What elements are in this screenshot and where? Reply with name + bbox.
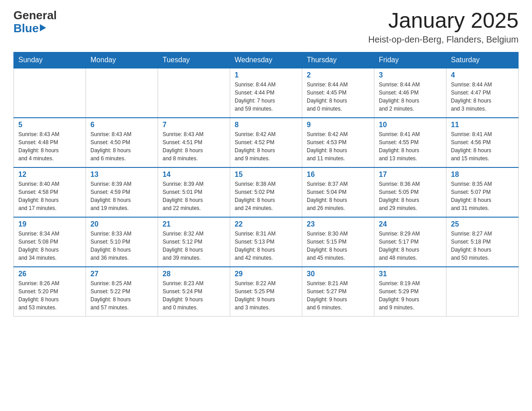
week-row-3: 12Sunrise: 8:40 AM Sunset: 4:58 PM Dayli… [14, 167, 519, 217]
logo-blue: Blue [13, 22, 39, 35]
calendar-cell: 22Sunrise: 8:31 AM Sunset: 5:13 PM Dayli… [230, 217, 302, 267]
month-title: January 2025 [368, 9, 519, 33]
day-info: Sunrise: 8:41 AM Sunset: 4:56 PM Dayligh… [451, 130, 514, 163]
day-number: 8 [235, 121, 297, 129]
calendar-cell: 20Sunrise: 8:33 AM Sunset: 5:10 PM Dayli… [86, 217, 158, 267]
calendar-cell: 31Sunrise: 8:19 AM Sunset: 5:29 PM Dayli… [374, 267, 446, 317]
day-number: 21 [163, 220, 225, 228]
day-number: 15 [235, 171, 297, 179]
day-number: 12 [18, 171, 81, 179]
day-number: 18 [451, 171, 514, 179]
logo[interactable]: General Blue [13, 9, 57, 34]
calendar-cell: 14Sunrise: 8:39 AM Sunset: 5:01 PM Dayli… [158, 167, 230, 217]
calendar-cell: 27Sunrise: 8:25 AM Sunset: 5:22 PM Dayli… [86, 267, 158, 317]
day-number: 17 [379, 171, 442, 179]
calendar-cell: 30Sunrise: 8:21 AM Sunset: 5:27 PM Dayli… [302, 267, 374, 317]
calendar-cell: 3Sunrise: 8:44 AM Sunset: 4:46 PM Daylig… [374, 68, 446, 118]
day-info: Sunrise: 8:39 AM Sunset: 5:01 PM Dayligh… [163, 180, 225, 212]
day-number: 11 [451, 121, 514, 129]
day-number: 26 [18, 270, 81, 278]
day-number: 13 [90, 171, 153, 179]
header-monday: Monday [86, 52, 158, 68]
day-number: 7 [163, 121, 225, 129]
day-number: 23 [307, 220, 369, 228]
calendar-cell: 25Sunrise: 8:27 AM Sunset: 5:18 PM Dayli… [446, 217, 519, 267]
day-info: Sunrise: 8:42 AM Sunset: 4:53 PM Dayligh… [307, 130, 369, 163]
day-info: Sunrise: 8:35 AM Sunset: 5:07 PM Dayligh… [451, 180, 514, 212]
day-info: Sunrise: 8:43 AM Sunset: 4:50 PM Dayligh… [90, 130, 153, 163]
day-number: 14 [163, 171, 225, 179]
week-row-5: 26Sunrise: 8:26 AM Sunset: 5:20 PM Dayli… [14, 267, 519, 317]
calendar-cell: 1Sunrise: 8:44 AM Sunset: 4:44 PM Daylig… [230, 68, 302, 118]
day-info: Sunrise: 8:23 AM Sunset: 5:24 PM Dayligh… [163, 279, 225, 312]
day-info: Sunrise: 8:44 AM Sunset: 4:46 PM Dayligh… [379, 81, 442, 113]
day-info: Sunrise: 8:19 AM Sunset: 5:29 PM Dayligh… [379, 279, 442, 312]
day-info: Sunrise: 8:38 AM Sunset: 5:02 PM Dayligh… [235, 180, 297, 212]
calendar-cell [446, 267, 519, 317]
day-info: Sunrise: 8:37 AM Sunset: 5:04 PM Dayligh… [307, 180, 369, 212]
day-number: 19 [18, 220, 81, 228]
day-number: 22 [235, 220, 297, 228]
header-sunday: Sunday [14, 52, 86, 68]
calendar-cell: 6Sunrise: 8:43 AM Sunset: 4:50 PM Daylig… [86, 118, 158, 167]
calendar-cell: 24Sunrise: 8:29 AM Sunset: 5:17 PM Dayli… [374, 217, 446, 267]
calendar-cell: 26Sunrise: 8:26 AM Sunset: 5:20 PM Dayli… [14, 267, 86, 317]
header-thursday: Thursday [302, 52, 374, 68]
calendar-cell: 10Sunrise: 8:41 AM Sunset: 4:55 PM Dayli… [374, 118, 446, 167]
day-info: Sunrise: 8:43 AM Sunset: 4:48 PM Dayligh… [18, 130, 81, 163]
calendar-cell: 7Sunrise: 8:43 AM Sunset: 4:51 PM Daylig… [158, 118, 230, 167]
week-row-1: 1Sunrise: 8:44 AM Sunset: 4:44 PM Daylig… [14, 68, 519, 118]
day-info: Sunrise: 8:34 AM Sunset: 5:08 PM Dayligh… [18, 230, 81, 262]
day-number: 29 [235, 270, 297, 278]
day-info: Sunrise: 8:32 AM Sunset: 5:12 PM Dayligh… [163, 230, 225, 262]
day-number: 30 [307, 270, 369, 278]
day-number: 24 [379, 220, 442, 228]
logo-arrow-icon [40, 24, 46, 31]
day-info: Sunrise: 8:25 AM Sunset: 5:22 PM Dayligh… [90, 279, 153, 312]
day-info: Sunrise: 8:40 AM Sunset: 4:58 PM Dayligh… [18, 180, 81, 212]
day-number: 16 [307, 171, 369, 179]
calendar-cell: 13Sunrise: 8:39 AM Sunset: 4:59 PM Dayli… [86, 167, 158, 217]
day-info: Sunrise: 8:44 AM Sunset: 4:44 PM Dayligh… [235, 81, 297, 113]
logo-general: General [13, 9, 57, 22]
calendar-cell [158, 68, 230, 118]
header-wednesday: Wednesday [230, 52, 302, 68]
day-number: 20 [90, 220, 153, 228]
day-info: Sunrise: 8:43 AM Sunset: 4:51 PM Dayligh… [163, 130, 225, 163]
calendar-cell: 2Sunrise: 8:44 AM Sunset: 4:45 PM Daylig… [302, 68, 374, 118]
calendar-cell: 19Sunrise: 8:34 AM Sunset: 5:08 PM Dayli… [14, 217, 86, 267]
day-number: 5 [18, 121, 81, 129]
calendar-cell: 4Sunrise: 8:44 AM Sunset: 4:47 PM Daylig… [446, 68, 519, 118]
day-number: 6 [90, 121, 153, 129]
day-info: Sunrise: 8:26 AM Sunset: 5:20 PM Dayligh… [18, 279, 81, 312]
day-info: Sunrise: 8:30 AM Sunset: 5:15 PM Dayligh… [307, 230, 369, 262]
day-info: Sunrise: 8:41 AM Sunset: 4:55 PM Dayligh… [379, 130, 442, 163]
calendar-cell: 18Sunrise: 8:35 AM Sunset: 5:07 PM Dayli… [446, 167, 519, 217]
location-subtitle: Heist-op-den-Berg, Flanders, Belgium [368, 34, 519, 45]
calendar-cell: 12Sunrise: 8:40 AM Sunset: 4:58 PM Dayli… [14, 167, 86, 217]
day-number: 25 [451, 220, 514, 228]
header-friday: Friday [374, 52, 446, 68]
calendar-table: SundayMondayTuesdayWednesdayThursdayFrid… [13, 52, 519, 317]
day-info: Sunrise: 8:31 AM Sunset: 5:13 PM Dayligh… [235, 230, 297, 262]
day-number: 2 [307, 71, 369, 79]
day-info: Sunrise: 8:33 AM Sunset: 5:10 PM Dayligh… [90, 230, 153, 262]
day-info: Sunrise: 8:22 AM Sunset: 5:25 PM Dayligh… [235, 279, 297, 312]
day-number: 3 [379, 71, 442, 79]
day-info: Sunrise: 8:39 AM Sunset: 4:59 PM Dayligh… [90, 180, 153, 212]
page-header: General Blue January 2025 Heist-op-den-B… [13, 9, 519, 45]
day-number: 28 [163, 270, 225, 278]
day-number: 1 [235, 71, 297, 79]
day-info: Sunrise: 8:36 AM Sunset: 5:05 PM Dayligh… [379, 180, 442, 212]
calendar-cell [86, 68, 158, 118]
day-info: Sunrise: 8:44 AM Sunset: 4:45 PM Dayligh… [307, 81, 369, 113]
calendar-cell: 9Sunrise: 8:42 AM Sunset: 4:53 PM Daylig… [302, 118, 374, 167]
week-row-2: 5Sunrise: 8:43 AM Sunset: 4:48 PM Daylig… [14, 118, 519, 167]
calendar-cell: 29Sunrise: 8:22 AM Sunset: 5:25 PM Dayli… [230, 267, 302, 317]
calendar-cell: 28Sunrise: 8:23 AM Sunset: 5:24 PM Dayli… [158, 267, 230, 317]
day-number: 4 [451, 71, 514, 79]
calendar-header-row: SundayMondayTuesdayWednesdayThursdayFrid… [14, 52, 519, 68]
day-number: 9 [307, 121, 369, 129]
calendar-cell: 16Sunrise: 8:37 AM Sunset: 5:04 PM Dayli… [302, 167, 374, 217]
day-number: 31 [379, 270, 442, 278]
